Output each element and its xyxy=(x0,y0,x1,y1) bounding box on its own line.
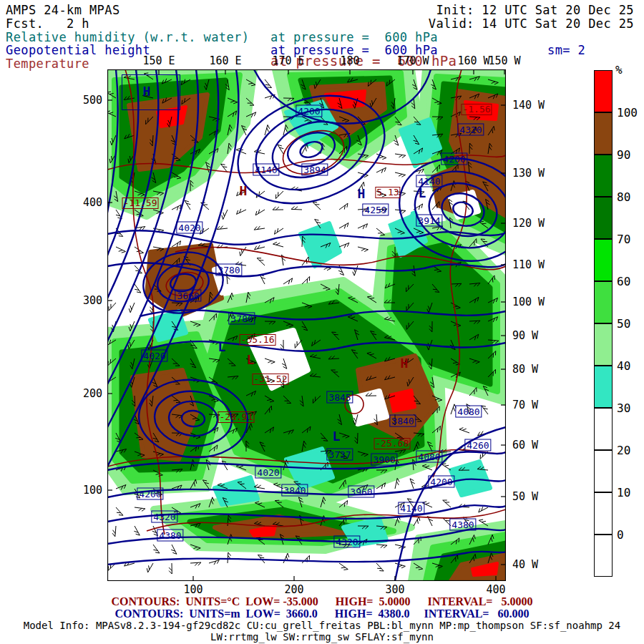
axis-label-right: 130 W xyxy=(512,167,545,180)
axis-label-right: 110 W xyxy=(512,258,545,271)
smoothing-label: sm= 2 xyxy=(547,43,585,57)
height-contour-info: CONTOURS: UNITS=m LOW= 3660.0 HIGH= 4380… xyxy=(0,608,644,620)
height-contour-label: 3840 xyxy=(281,484,308,497)
low-center-marker: L xyxy=(419,187,426,200)
height-contour-label: 3900 xyxy=(371,454,397,466)
high-center-marker: H xyxy=(240,185,248,197)
height-contour-label: 3780 xyxy=(228,313,255,325)
low-center-marker: L xyxy=(247,353,255,366)
height-contour-label: 4380 xyxy=(449,519,476,531)
height-contour-label: 4320 xyxy=(151,511,177,523)
temp-contour-label: -31.52 xyxy=(253,374,289,385)
colorbar-tick-label: 100 xyxy=(617,106,638,119)
temp-contour-label: -28.91 xyxy=(218,411,255,423)
field-temp-name: Temperature xyxy=(6,57,89,71)
colorbar-segment xyxy=(594,366,613,408)
high-center-marker: H xyxy=(358,187,366,200)
axis-label-bottom: 200 xyxy=(284,583,303,596)
colorbar-tick-label: 80 xyxy=(617,190,630,204)
height-contour-label: 4080 xyxy=(416,451,442,463)
colorbar-segment xyxy=(594,197,613,239)
height-contour-label: 4200 xyxy=(441,153,467,165)
temp-contour-label: -25.68 xyxy=(374,438,411,449)
axis-label-bottom: 300 xyxy=(385,583,404,596)
low-center-marker: L xyxy=(333,430,341,443)
colorbar-segment xyxy=(594,450,613,492)
axis-label-right: 140 W xyxy=(512,99,545,112)
colorbar-tick-label: 90 xyxy=(617,148,630,162)
axis-label-top: 150 W xyxy=(488,54,520,67)
axis-label-bottom: 100 xyxy=(183,583,203,596)
axis-label-right: 120 W xyxy=(512,217,545,230)
map-panel: 4140420042004320414039143894425940203780… xyxy=(107,69,506,581)
height-contour-label: 4020 xyxy=(141,350,167,362)
high-center-marker: H xyxy=(401,357,409,370)
height-contour-label: 3737 xyxy=(326,449,353,461)
axis-label-left: 100 xyxy=(70,484,102,497)
axis-label-top: 150 E xyxy=(142,54,175,67)
model-info-line2: LW:rrtmg_lw SW:rrtmg_sw SFLAY:sf_mynn xyxy=(0,631,644,643)
height-contour-label: 4080 xyxy=(455,406,482,418)
colorbar-segment xyxy=(594,323,613,366)
height-contour-label: 4320 xyxy=(333,536,360,548)
colorbar-tick-label: 30 xyxy=(617,401,630,415)
colorbar-segment xyxy=(594,112,613,155)
height-contour-label: 4259 xyxy=(362,204,389,216)
temp-contour-label: -1.56 xyxy=(461,104,492,115)
forecast-hour: Fcst. 2 h xyxy=(6,16,89,31)
height-contour-label: 3960 xyxy=(348,486,374,498)
colorbar-segment xyxy=(594,535,613,577)
colorbar-segment xyxy=(594,70,613,112)
axis-label-left: 500 xyxy=(70,94,102,107)
field-rh-name: Relative humidity (w.r.t. water) xyxy=(6,30,249,44)
axis-label-right: 80 W xyxy=(512,363,538,376)
colorbar-segment xyxy=(594,239,613,281)
axis-label-top: 170 W xyxy=(396,54,429,67)
axis-label-right: 60 W xyxy=(512,439,538,452)
height-contour-label: 4020 xyxy=(255,467,281,479)
rh-shading-layer xyxy=(107,69,506,581)
field-rh-level: at pressure = 600 hPa xyxy=(270,30,438,44)
height-contour-label: 4200 xyxy=(137,488,163,500)
height-contour-label: 4380 xyxy=(157,530,183,542)
height-contour-label: 3840 xyxy=(389,415,416,427)
colorbar-tick-label: 50 xyxy=(617,317,630,331)
valid-time: Valid: 14 UTC Sat 20 Dec 25 xyxy=(429,16,634,31)
init-time: Init: 12 UTC Sat 20 Dec 25 xyxy=(436,3,634,17)
height-contour-label: 4320 xyxy=(457,124,484,136)
height-contour-label: 4200 xyxy=(296,105,322,117)
model-title: AMPS 24-km MPAS xyxy=(6,3,120,17)
axis-label-right: 70 W xyxy=(512,399,538,411)
temp-contour-info: CONTOURS: UNITS=°C LOW= -35.000 HIGH= 5.… xyxy=(0,595,644,608)
colorbar-tick-label: 60 xyxy=(617,275,630,288)
colorbar-segment xyxy=(594,155,613,197)
height-contour-label: 3660 xyxy=(175,290,201,302)
height-contour-label: 3914 xyxy=(416,215,442,227)
axis-label-top: 170 E xyxy=(272,54,304,67)
height-contour-label: 4200 xyxy=(428,476,454,488)
height-contour-label: 4140 xyxy=(398,502,424,514)
axis-label-left: 300 xyxy=(70,294,102,307)
temp-contour-label: 5.13 xyxy=(375,187,400,198)
colorbar-segment xyxy=(594,281,613,323)
axis-label-top: 160 W xyxy=(457,54,489,67)
weather-plot: AMPS 24-km MPAS Fcst. 2 h Init: 12 UTC S… xyxy=(0,0,644,644)
colorbar-tick-label: 0 xyxy=(617,528,624,542)
axis-label-right: 50 W xyxy=(512,490,538,503)
axis-label-bottom: 400 xyxy=(486,583,505,596)
temp-contour-label: -35.16 xyxy=(240,334,276,346)
axis-label-left: 200 xyxy=(70,387,102,400)
axis-label-left: 400 xyxy=(70,196,102,209)
height-contour-label: 3845 xyxy=(326,391,353,404)
height-contour-label: 4260 xyxy=(464,439,491,452)
axis-label-right: 40 W xyxy=(512,558,538,571)
height-contour-label: 4140 xyxy=(253,164,279,176)
axis-label-right: 90 W xyxy=(512,329,538,342)
colorbar-tick-label: 70 xyxy=(617,233,630,246)
field-hgt-name: Geopotential height xyxy=(6,43,150,57)
colorbar-segment xyxy=(594,408,613,450)
colorbar-tick-label: 20 xyxy=(617,444,630,457)
model-info-line1: Model Info: MPASv8.2.3-194-gf29cd82c CU:… xyxy=(0,620,644,631)
center-box xyxy=(122,74,180,110)
map-graphic xyxy=(107,69,506,581)
